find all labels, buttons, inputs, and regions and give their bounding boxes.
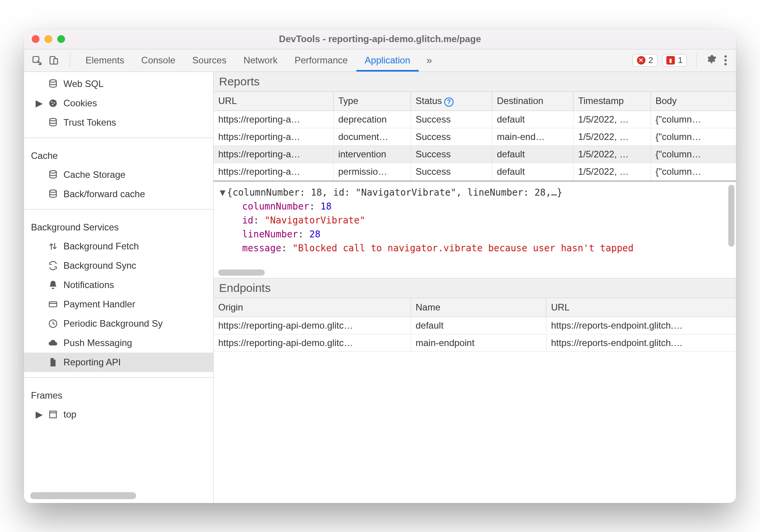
svg-rect-11 bbox=[49, 302, 57, 307]
col-url[interactable]: URL bbox=[546, 298, 736, 317]
reports-row[interactable]: https://reporting-a… permissio… Success … bbox=[214, 163, 736, 181]
report-detail-pane: ▼{columnNumber: 18, id: "NavigatorVibrat… bbox=[214, 181, 736, 278]
application-sidebar: Web SQL ▶ Cookies Trust Tokens Cache Cac… bbox=[24, 72, 214, 503]
col-destination[interactable]: Destination bbox=[492, 92, 573, 111]
issue-icon: ▮ bbox=[666, 56, 675, 65]
expand-arrow-icon[interactable]: ▶ bbox=[36, 98, 42, 109]
sidebar-item-cookies[interactable]: ▶ Cookies bbox=[24, 94, 213, 113]
cell-ts: 1/5/2022, … bbox=[573, 111, 651, 128]
cell-body: {"column… bbox=[651, 111, 736, 128]
sidebar-item-cache-storage[interactable]: Cache Storage bbox=[24, 165, 213, 184]
cell-body: {"column… bbox=[651, 128, 736, 146]
endpoints-heading: Endpoints bbox=[214, 278, 736, 298]
cell-type: permissio… bbox=[334, 163, 411, 181]
svg-point-6 bbox=[54, 102, 55, 103]
sidebar-item-bg-sync[interactable]: Background Sync bbox=[24, 256, 213, 275]
sidebar-item-periodic-sync[interactable]: Periodic Background Sy bbox=[24, 314, 213, 333]
tab-sources[interactable]: Sources bbox=[184, 49, 235, 72]
sidebar-item-label: Cache Storage bbox=[63, 169, 125, 180]
panel-tabs: Elements Console Sources Network Perform… bbox=[77, 49, 419, 72]
svg-point-9 bbox=[50, 171, 56, 173]
reports-row-selected[interactable]: https://reporting-a… intervention Succes… bbox=[214, 146, 736, 163]
detail-prop: message: "Blocked call to navigator.vibr… bbox=[220, 241, 730, 255]
cloud-icon bbox=[48, 338, 58, 348]
sidebar-item-label: Back/forward cache bbox=[63, 189, 145, 200]
maximize-window-button[interactable] bbox=[57, 35, 65, 43]
cell-dest: default bbox=[492, 111, 573, 128]
reports-table: URL Type Status? Destination Timestamp B… bbox=[214, 92, 736, 181]
help-icon[interactable]: ? bbox=[444, 97, 454, 107]
cell-status: Success bbox=[411, 111, 492, 128]
cell-type: document… bbox=[334, 128, 411, 146]
issues-badge[interactable]: ▮ 1 bbox=[662, 54, 687, 66]
cell-url: https://reports-endpoint.glitch.… bbox=[546, 334, 736, 352]
error-icon: ✕ bbox=[637, 56, 645, 65]
sidebar-item-websql[interactable]: Web SQL bbox=[24, 74, 213, 94]
inspect-icon[interactable] bbox=[32, 55, 42, 65]
col-origin[interactable]: Origin bbox=[214, 298, 411, 317]
endpoints-row[interactable]: https://reporting-api-demo.glitc… main-e… bbox=[214, 334, 736, 352]
cell-status: Success bbox=[411, 163, 492, 181]
tab-performance[interactable]: Performance bbox=[286, 49, 356, 72]
database-icon bbox=[48, 118, 58, 128]
file-icon bbox=[48, 357, 58, 367]
sidebar-item-trust-tokens[interactable]: Trust Tokens bbox=[24, 113, 213, 132]
sidebar-item-bfcache[interactable]: Back/forward cache bbox=[24, 184, 213, 204]
device-toggle-icon[interactable] bbox=[49, 55, 59, 65]
col-status[interactable]: Status? bbox=[411, 92, 492, 111]
sidebar-item-label: Push Messaging bbox=[63, 338, 132, 348]
minimize-window-button[interactable] bbox=[45, 35, 52, 43]
detail-horizontal-scrollbar[interactable] bbox=[218, 269, 731, 276]
sidebar-item-frame-top[interactable]: ▶ top bbox=[24, 405, 213, 424]
collapse-caret-icon[interactable]: ▼ bbox=[220, 187, 225, 198]
settings-button[interactable] bbox=[706, 54, 717, 67]
sidebar-item-label: Cookies bbox=[63, 98, 97, 109]
tab-console[interactable]: Console bbox=[133, 49, 184, 72]
col-name[interactable]: Name bbox=[411, 298, 546, 317]
bell-icon bbox=[48, 280, 58, 290]
svg-point-3 bbox=[50, 80, 56, 82]
col-url[interactable]: URL bbox=[214, 92, 334, 111]
sidebar-item-label: Background Fetch bbox=[63, 241, 139, 252]
reports-row[interactable]: https://reporting-a… deprecation Success… bbox=[214, 111, 736, 128]
cell-ts: 1/5/2022, … bbox=[573, 146, 651, 163]
reports-row[interactable]: https://reporting-a… document… Success m… bbox=[214, 128, 736, 146]
detail-vertical-scrollbar[interactable] bbox=[728, 185, 734, 269]
window-title: DevTools - reporting-api-demo.glitch.me/… bbox=[24, 34, 736, 44]
cell-type: deprecation bbox=[334, 111, 411, 128]
more-tabs-button[interactable]: » bbox=[421, 55, 437, 66]
detail-prop: id: "NavigatorVibrate" bbox=[220, 213, 730, 227]
toolbar-divider bbox=[696, 53, 697, 67]
detail-summary-line[interactable]: ▼{columnNumber: 18, id: "NavigatorVibrat… bbox=[220, 186, 730, 200]
detail-prop: columnNumber: 18 bbox=[220, 200, 730, 213]
sidebar-item-notifications[interactable]: Notifications bbox=[24, 275, 213, 295]
expand-arrow-icon[interactable]: ▶ bbox=[36, 409, 42, 420]
col-type[interactable]: Type bbox=[334, 92, 411, 111]
col-body[interactable]: Body bbox=[651, 92, 736, 111]
errors-count: 2 bbox=[649, 55, 653, 65]
col-timestamp[interactable]: Timestamp bbox=[573, 92, 651, 111]
database-icon bbox=[48, 79, 58, 89]
sidebar-item-bg-fetch[interactable]: Background Fetch bbox=[24, 237, 213, 256]
cell-name: default bbox=[411, 317, 546, 334]
sidebar-section-bg: Background Services bbox=[24, 215, 213, 237]
close-window-button[interactable] bbox=[32, 35, 39, 43]
devtools-window: DevTools - reporting-api-demo.glitch.me/… bbox=[24, 29, 736, 503]
cell-url: https://reports-endpoint.glitch.… bbox=[546, 317, 736, 334]
svg-rect-2 bbox=[54, 59, 58, 64]
sidebar-item-push[interactable]: Push Messaging bbox=[24, 333, 213, 353]
titlebar: DevTools - reporting-api-demo.glitch.me/… bbox=[24, 29, 736, 49]
endpoints-row[interactable]: https://reporting-api-demo.glitc… defaul… bbox=[214, 317, 736, 334]
sidebar-item-reporting-api[interactable]: Reporting API bbox=[24, 353, 213, 372]
cell-body: {"column… bbox=[651, 163, 736, 181]
sidebar-horizontal-scrollbar[interactable] bbox=[30, 492, 207, 499]
errors-badge[interactable]: ✕ 2 bbox=[633, 54, 657, 66]
cell-url: https://reporting-a… bbox=[214, 128, 334, 146]
tab-network[interactable]: Network bbox=[235, 49, 286, 72]
sidebar-divider bbox=[24, 138, 213, 138]
tab-application[interactable]: Application bbox=[356, 49, 419, 72]
more-menu-button[interactable] bbox=[721, 55, 730, 65]
sidebar-item-payment[interactable]: Payment Handler bbox=[24, 295, 213, 314]
svg-point-5 bbox=[51, 101, 52, 102]
tab-elements[interactable]: Elements bbox=[77, 49, 133, 72]
